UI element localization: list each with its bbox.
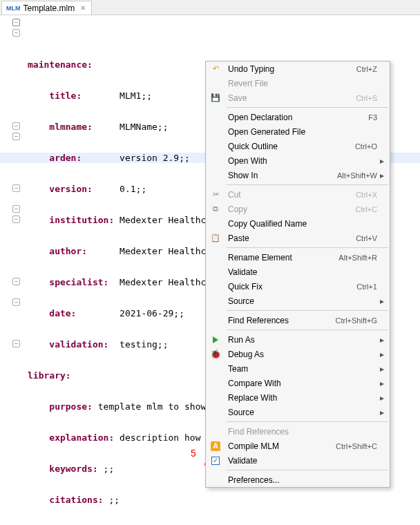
submenu-arrow-icon: ▸ (377, 393, 384, 403)
editor-tab[interactable]: MLM Template.mlm ✕ (1, 1, 92, 15)
menu-team[interactable]: Team ▸ (206, 361, 390, 376)
fold-toggle[interactable]: − (12, 205, 20, 213)
menu-copy-qualified-name[interactable]: Copy Qualified Name (206, 216, 390, 231)
fold-toggle[interactable]: − (12, 29, 20, 37)
menu-open-declaration[interactable]: Open Declaration F3 (206, 110, 390, 124)
tab-filename: Template.mlm (23, 3, 75, 13)
menu-show-in[interactable]: Show In Alt+Shift+W ▸ (206, 168, 390, 182)
undo-icon: ↶ (213, 64, 219, 73)
copy-icon: ⧉ (213, 204, 218, 213)
annotation-number: 5 (191, 448, 196, 459)
submenu-arrow-icon: ▸ (377, 364, 384, 374)
submenu-arrow-icon: ▸ (377, 156, 384, 166)
close-tab-icon[interactable]: ✕ (80, 4, 86, 12)
submenu-arrow-icon: ▸ (377, 408, 384, 417)
validate-icon: ✓ (211, 457, 220, 465)
fold-toggle[interactable]: − (12, 133, 20, 140)
menu-validate[interactable]: Validate (206, 265, 390, 279)
fold-toggle[interactable]: − (12, 278, 20, 285)
submenu-arrow-icon: ▸ (377, 335, 384, 345)
menu-source[interactable]: Source ▸ (206, 294, 390, 308)
context-menu: ↶ Undo Typing Ctrl+Z Revert File 💾 Save … (205, 61, 390, 488)
menu-revert-file: Revert File (206, 76, 390, 90)
fold-toggle[interactable]: − (12, 216, 20, 223)
menu-open-generated-file[interactable]: Open Generated File (206, 124, 390, 139)
menu-separator (227, 184, 388, 185)
menu-open-with[interactable]: Open With ▸ (206, 153, 390, 168)
menu-undo[interactable]: ↶ Undo Typing Ctrl+Z (206, 61, 390, 76)
menu-separator (227, 310, 388, 311)
mlm-file-icon: MLM (6, 5, 21, 12)
submenu-arrow-icon: ▸ (377, 350, 384, 359)
compile-icon: A (211, 441, 220, 451)
menu-paste[interactable]: 📋 Paste Ctrl+V (206, 231, 390, 245)
menu-copy: ⧉ Copy Ctrl+C (206, 202, 390, 216)
run-icon (213, 336, 218, 343)
menu-quick-fix[interactable]: Quick Fix Ctrl+1 (206, 279, 390, 294)
menu-compare-with[interactable]: Compare With ▸ (206, 376, 390, 390)
menu-find-references[interactable]: Find References Ctrl+Shift+G (206, 313, 390, 327)
menu-separator (227, 421, 388, 422)
menu-find-references-2: Find References (206, 424, 390, 439)
menu-debug-as[interactable]: 🐞 Debug As ▸ (206, 347, 390, 361)
submenu-arrow-icon: ▸ (377, 296, 384, 306)
menu-separator (227, 330, 388, 330)
cut-icon: ✂ (213, 190, 219, 199)
menu-run-as[interactable]: Run As ▸ (206, 332, 390, 347)
fold-toggle[interactable]: − (12, 298, 20, 306)
fold-toggle[interactable]: − (12, 340, 20, 347)
menu-compile-mlm[interactable]: A Compile MLM Ctrl+Shift+C (206, 439, 390, 453)
menu-rename-element[interactable]: Rename Element Alt+Shift+R (206, 250, 390, 265)
menu-replace-with[interactable]: Replace With ▸ (206, 390, 390, 405)
menu-quick-outline[interactable]: Quick Outline Ctrl+O (206, 139, 390, 153)
fold-gutter: − − − − − − − − − − (0, 18, 23, 142)
menu-preferences[interactable]: Preferences... (206, 472, 390, 487)
menu-cut: ✂ Cut Ctrl+X (206, 187, 390, 202)
fold-toggle[interactable]: − (12, 184, 20, 192)
paste-icon: 📋 (211, 233, 220, 242)
menu-validate-2[interactable]: ✓ Validate (206, 453, 390, 468)
tab-bar: MLM Template.mlm ✕ (0, 0, 420, 15)
save-icon: 💾 (211, 93, 220, 102)
fold-toggle[interactable]: − (12, 122, 20, 130)
bug-icon: 🐞 (210, 349, 221, 359)
submenu-arrow-icon: ▸ (377, 171, 384, 180)
fold-toggle[interactable]: − (12, 19, 20, 26)
menu-save: 💾 Save Ctrl+S (206, 90, 390, 105)
menu-separator (227, 247, 388, 248)
submenu-arrow-icon: ▸ (377, 379, 384, 388)
menu-separator (227, 107, 388, 108)
menu-source-2[interactable]: Source ▸ (206, 405, 390, 419)
menu-separator (227, 470, 388, 470)
